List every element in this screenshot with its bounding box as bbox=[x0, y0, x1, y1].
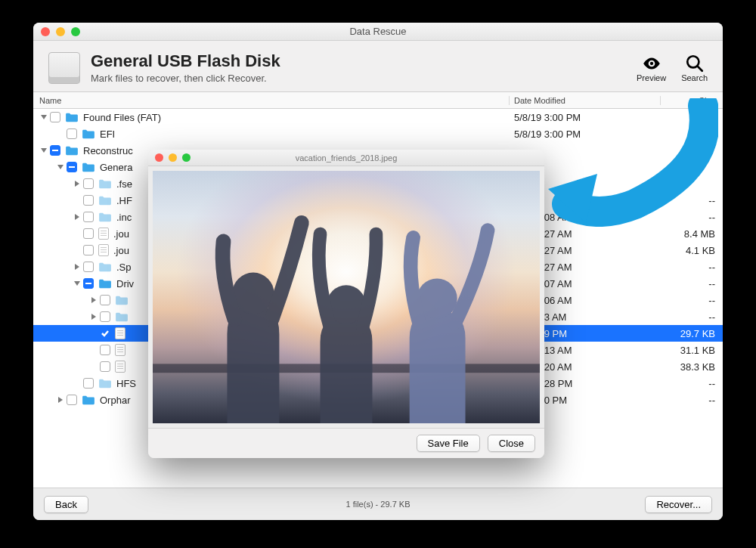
item-name: EFI bbox=[100, 128, 115, 140]
checkbox[interactable] bbox=[100, 295, 110, 305]
disclosure-triangle-icon[interactable] bbox=[73, 212, 82, 221]
file-icon bbox=[98, 228, 109, 240]
header-text: General USB Flash Disk Mark files to rec… bbox=[91, 51, 280, 84]
checkbox[interactable] bbox=[83, 178, 94, 189]
item-name: .jou bbox=[113, 228, 129, 240]
folder-icon bbox=[98, 178, 112, 189]
close-preview-button[interactable]: Close bbox=[488, 435, 535, 452]
disclosure-triangle-icon[interactable] bbox=[89, 296, 98, 305]
item-size: 4.1 KB bbox=[661, 245, 723, 256]
checkbox[interactable] bbox=[83, 228, 94, 239]
search-icon bbox=[685, 54, 705, 73]
checkbox[interactable] bbox=[100, 361, 110, 372]
checkbox[interactable] bbox=[67, 395, 77, 405]
folder-icon bbox=[98, 195, 112, 206]
item-name: Driv bbox=[116, 278, 134, 289]
checkbox[interactable] bbox=[83, 212, 94, 222]
checkbox[interactable] bbox=[100, 328, 110, 339]
folder-icon bbox=[82, 162, 95, 172]
item-date: 5/8/19 3:00 PM bbox=[510, 112, 661, 123]
item-name: Orphar bbox=[100, 395, 130, 406]
preview-label: Preview bbox=[637, 73, 666, 82]
checkbox[interactable] bbox=[83, 195, 94, 206]
zoom-window-button[interactable] bbox=[71, 27, 80, 36]
checkbox[interactable] bbox=[50, 112, 60, 122]
preview-title: vacation_friends_2018.jpeg bbox=[148, 153, 544, 163]
save-file-button[interactable]: Save File bbox=[417, 435, 480, 452]
tree-row[interactable]: EFI 5/8/19 3:00 PM -- bbox=[33, 125, 723, 142]
folder-icon bbox=[115, 295, 129, 305]
item-size: -- bbox=[661, 128, 723, 140]
disclosure-triangle-icon[interactable] bbox=[73, 279, 82, 288]
checkbox[interactable] bbox=[83, 278, 94, 289]
recover-button[interactable]: Recover... bbox=[645, 496, 712, 513]
page-title: General USB Flash Disk bbox=[91, 51, 280, 71]
checkbox[interactable] bbox=[50, 145, 60, 156]
preview-titlebar: vacation_friends_2018.jpeg bbox=[148, 150, 544, 166]
window-controls bbox=[41, 27, 80, 36]
disclosure-triangle-icon[interactable] bbox=[73, 262, 82, 271]
minimize-window-button[interactable] bbox=[56, 27, 65, 36]
item-size: -- bbox=[661, 212, 723, 223]
disclosure-triangle-icon[interactable] bbox=[39, 146, 48, 155]
item-date: 5/8/19 3:00 PM bbox=[510, 128, 661, 140]
item-name: Found Files (FAT) bbox=[83, 112, 161, 123]
column-size[interactable]: Size bbox=[661, 96, 723, 105]
page-subtitle: Mark files to recover, then click Recove… bbox=[91, 73, 280, 84]
checkbox[interactable] bbox=[67, 128, 77, 139]
item-size: -- bbox=[661, 112, 723, 123]
preview-image bbox=[153, 171, 540, 423]
column-date[interactable]: Date Modified bbox=[510, 96, 661, 105]
eye-icon bbox=[642, 54, 662, 73]
drive-icon bbox=[48, 52, 80, 84]
tree-row[interactable]: Found Files (FAT) 5/8/19 3:00 PM -- bbox=[33, 109, 723, 125]
item-name: .inc bbox=[116, 212, 132, 223]
svg-point-0 bbox=[649, 61, 652, 64]
preview-window: vacation_friends_2018.jpeg bbox=[148, 150, 544, 458]
checkbox[interactable] bbox=[83, 378, 94, 389]
item-name: .jou bbox=[113, 245, 129, 256]
checkbox[interactable] bbox=[100, 311, 110, 322]
search-button[interactable]: Search bbox=[681, 54, 708, 82]
item-size: 29.7 KB bbox=[661, 328, 723, 339]
file-icon bbox=[115, 344, 125, 356]
item-size: -- bbox=[661, 378, 723, 389]
item-size: -- bbox=[661, 262, 723, 273]
disclosure-triangle-icon[interactable] bbox=[73, 179, 82, 188]
folder-icon bbox=[115, 311, 129, 322]
column-header: Name Date Modified Size bbox=[33, 92, 723, 109]
disclosure-triangle-icon[interactable] bbox=[56, 395, 65, 404]
close-window-button[interactable] bbox=[41, 27, 50, 36]
folder-icon bbox=[98, 378, 112, 389]
disclosure-triangle-icon[interactable] bbox=[56, 163, 65, 172]
column-name[interactable]: Name bbox=[33, 96, 510, 105]
checkbox[interactable] bbox=[67, 162, 77, 172]
item-name: .fse bbox=[116, 178, 132, 190]
search-label: Search bbox=[681, 73, 708, 82]
status-text: 1 file(s) - 29.7 KB bbox=[33, 500, 723, 509]
header: General USB Flash Disk Mark files to rec… bbox=[33, 41, 723, 92]
window-title: Data Rescue bbox=[33, 26, 723, 37]
back-button[interactable]: Back bbox=[44, 496, 88, 513]
file-icon bbox=[115, 327, 125, 339]
item-name: Reconstruc bbox=[83, 145, 133, 156]
file-icon bbox=[115, 361, 125, 373]
disclosure-triangle-icon[interactable] bbox=[89, 312, 98, 321]
item-name: HFS bbox=[116, 378, 136, 389]
item-name: .HF bbox=[116, 195, 132, 206]
disclosure-triangle-icon[interactable] bbox=[39, 113, 48, 122]
folder-icon bbox=[98, 278, 112, 289]
item-size: 38.3 KB bbox=[661, 361, 723, 373]
folder-icon bbox=[98, 212, 112, 222]
item-size: -- bbox=[661, 395, 723, 406]
preview-button[interactable]: Preview bbox=[637, 54, 666, 82]
folder-icon bbox=[65, 112, 79, 122]
item-size: -- bbox=[661, 195, 723, 206]
checkbox[interactable] bbox=[83, 245, 94, 255]
item-size: -- bbox=[661, 295, 723, 306]
checkbox[interactable] bbox=[83, 262, 94, 272]
checkbox[interactable] bbox=[100, 345, 110, 355]
item-name: .Sp bbox=[116, 262, 132, 273]
folder-icon bbox=[65, 145, 79, 156]
folder-icon bbox=[82, 128, 95, 139]
